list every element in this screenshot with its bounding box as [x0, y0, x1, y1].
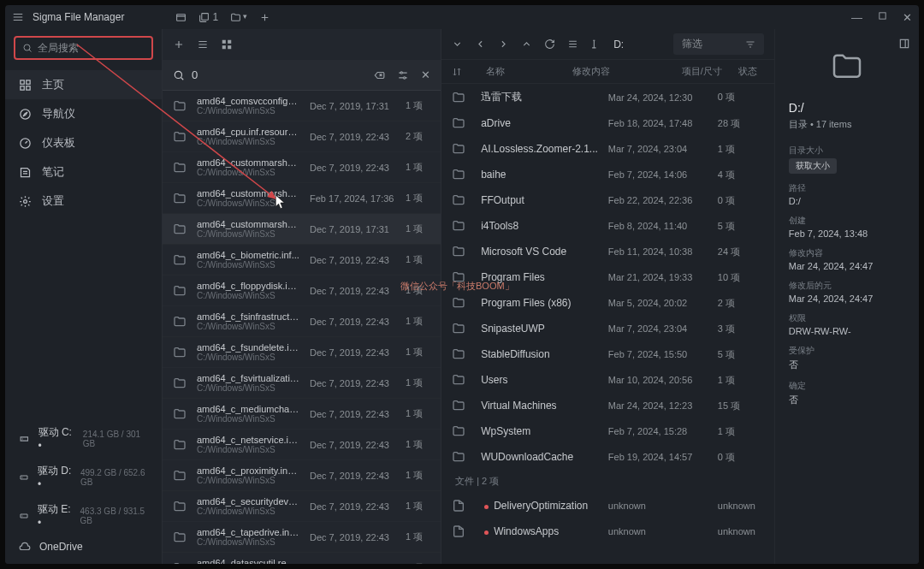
- folder-icon: [173, 500, 187, 513]
- folder-dropdown-icon[interactable]: ▾: [230, 12, 247, 23]
- drive-icon: [19, 471, 29, 483]
- nav-item-dashboard[interactable]: 仪表板: [5, 128, 162, 157]
- folder-row[interactable]: AI.Lossless.Zoomer-2.1...Mar 7, 2024, 23…: [441, 136, 774, 162]
- folder-row[interactable]: StableDiffusionFeb 7, 2024, 15:505 项: [441, 341, 774, 367]
- column-headers: 名称 修改内容 项目/尺寸 状态: [441, 60, 774, 84]
- folder-icon: [452, 91, 465, 104]
- clear-input-icon[interactable]: [373, 69, 385, 81]
- tabs-icon[interactable]: 1: [198, 11, 218, 23]
- folder-icon: [173, 161, 187, 175]
- drive-icon: [19, 541, 31, 553]
- folder-icon: [452, 450, 465, 464]
- folder-row[interactable]: FFOutputFeb 22, 2024, 22:360 项: [441, 187, 774, 213]
- back-icon[interactable]: [475, 39, 486, 50]
- close-search-icon[interactable]: ✕: [421, 68, 430, 81]
- sort-icon[interactable]: [452, 39, 463, 50]
- folder-row[interactable]: Microsoft VS CodeFeb 11, 2024, 10:3824 项: [441, 239, 774, 264]
- search-result-row[interactable]: amd64_c_tapedrive.inf.r...C:/Windows/Win…: [163, 522, 441, 553]
- grid-view-icon[interactable]: [221, 39, 233, 50]
- search-result-row[interactable]: amd64_c_fsundelete.inf...C:/Windows/WinS…: [163, 337, 441, 368]
- search-result-row[interactable]: amd64_comsvcconfig_...C:/Windows/WinSxSD…: [163, 91, 441, 122]
- col-size[interactable]: 项目/尺寸: [682, 65, 728, 78]
- folder-icon: [452, 245, 465, 258]
- global-search-input[interactable]: 全局搜索: [14, 36, 153, 60]
- grid-icon: [19, 79, 32, 92]
- drive-icon: [19, 433, 30, 445]
- search-result-row[interactable]: amd64_c_biometric.inf...C:/Windows/WinSx…: [163, 245, 441, 276]
- panel-toggle-icon[interactable]: [898, 38, 910, 50]
- window-icon[interactable]: [175, 12, 187, 23]
- app-title: Sigma File Manager: [33, 11, 124, 23]
- reload-icon[interactable]: [544, 39, 555, 50]
- up-icon[interactable]: [521, 39, 532, 50]
- folder-row[interactable]: baiheFeb 7, 2024, 14:064 项: [441, 162, 774, 187]
- search-field[interactable]: 0 ✕: [163, 60, 441, 91]
- nav-item-grid[interactable]: 主页: [5, 70, 162, 99]
- file-row[interactable]: DeliveryOptimizationunknownunknown: [441, 493, 774, 519]
- folder-row[interactable]: Program Files (x86)Mar 5, 2024, 20:022 项: [441, 290, 774, 316]
- note-icon: [19, 166, 32, 179]
- search-result-row[interactable]: amd64_c_proximity.inf.r...C:/Windows/Win…: [163, 460, 441, 491]
- info-icon[interactable]: [590, 39, 601, 50]
- add-icon[interactable]: [173, 39, 185, 50]
- search-result-row[interactable]: amd64_c_fsinfrastructu...C:/Windows/WinS…: [163, 306, 441, 337]
- svg-rect-27: [222, 40, 226, 44]
- maximize-button[interactable]: [878, 11, 887, 24]
- menu-icon[interactable]: [12, 11, 24, 23]
- search-result-row[interactable]: amd64_custommarshal...C:/Windows/WinSxSD…: [163, 214, 441, 245]
- file-panel: D: 筛选 名称 修改内容 项目/尺寸 状态 迅雷下载Mar 24, 2024,…: [441, 29, 774, 564]
- search-result-row[interactable]: amd64_cpu.inf.resourc...C:/Windows/WinSx…: [163, 122, 441, 152]
- folder-icon: [173, 407, 187, 421]
- folder-row[interactable]: i4Tools8Feb 8, 2024, 11:405 项: [441, 213, 774, 239]
- folder-icon: [173, 561, 187, 565]
- nav-item-note[interactable]: 笔记: [5, 157, 162, 187]
- search-result-row[interactable]: amd64_c_netservice.inf...C:/Windows/WinS…: [163, 430, 441, 460]
- search-result-row[interactable]: amd64_datasvcutil.reso...C:/Windows/WinS…: [163, 553, 441, 564]
- folder-icon: [173, 222, 187, 236]
- folder-row[interactable]: WUDownloadCacheFeb 19, 2024, 14:570 项: [441, 444, 774, 470]
- drive-item[interactable]: 驱动 E: •463.3 GB / 931.5 GB: [5, 496, 162, 535]
- folder-icon: [452, 373, 465, 387]
- list-icon[interactable]: [567, 39, 578, 50]
- drive-item[interactable]: 驱动 C: •214.1 GB / 301 GB: [5, 419, 162, 458]
- get-size-button[interactable]: 获取大小: [789, 158, 837, 174]
- drive-item[interactable]: 驱动 D: •499.2 GB / 652.6 GB: [5, 458, 162, 496]
- search-result-row[interactable]: amd64_c_securitydevic...C:/Windows/WinSx…: [163, 491, 441, 522]
- col-date[interactable]: 修改内容: [572, 65, 672, 78]
- nav-item-gear[interactable]: 设置: [5, 187, 162, 216]
- folder-large-icon: [826, 50, 868, 84]
- drive-item[interactable]: OneDrive: [5, 535, 162, 559]
- folder-row[interactable]: WpSystemFeb 7, 2024, 15:281 项: [441, 418, 774, 444]
- folder-row[interactable]: UsersMar 10, 2024, 20:561 项: [441, 367, 774, 393]
- sort-col-icon[interactable]: [452, 67, 471, 77]
- new-tab-icon[interactable]: [259, 12, 270, 23]
- svg-rect-29: [222, 45, 226, 49]
- nav-item-compass[interactable]: 导航仪: [5, 99, 162, 128]
- address-path[interactable]: D:: [613, 39, 624, 50]
- forward-icon[interactable]: [498, 39, 509, 50]
- file-row[interactable]: WindowsAppsunknownunknown: [441, 519, 774, 544]
- folder-icon: [173, 99, 187, 113]
- folder-icon: [452, 168, 465, 181]
- folder-row[interactable]: 迅雷下载Mar 24, 2024, 12:300 项: [441, 84, 774, 110]
- filter-input[interactable]: 筛选: [673, 33, 764, 55]
- filter-settings-icon[interactable]: [397, 69, 409, 81]
- search-result-row[interactable]: amd64_c_floppydisk.inf...C:/Windows/WinS…: [163, 276, 441, 306]
- folder-row[interactable]: Virtual MachinesMar 24, 2024, 12:2315 项: [441, 393, 774, 418]
- col-status[interactable]: 状态: [738, 65, 764, 78]
- search-result-row[interactable]: amd64_custommarshal...C:/Windows/WinSxSF…: [163, 183, 441, 214]
- search-result-row[interactable]: amd64_c_fsvirtualizatio...C:/Windows/Win…: [163, 368, 441, 399]
- folder-icon: [452, 219, 465, 233]
- search-result-row[interactable]: amd64_custommarshal...C:/Windows/WinSxSD…: [163, 152, 441, 183]
- gear-icon: [19, 195, 32, 208]
- folder-row[interactable]: aDriveFeb 18, 2024, 17:4828 项: [441, 110, 774, 136]
- list-view-icon[interactable]: [197, 39, 209, 50]
- minimize-button[interactable]: —: [851, 11, 862, 24]
- folder-row[interactable]: SnipasteUWPMar 7, 2024, 23:043 项: [441, 316, 774, 341]
- col-name[interactable]: 名称: [481, 65, 562, 78]
- close-button[interactable]: ✕: [903, 11, 912, 24]
- folder-icon: [452, 399, 465, 412]
- search-result-row[interactable]: amd64_c_mediumchan...C:/Windows/WinSxSDe…: [163, 399, 441, 430]
- folder-row[interactable]: Program FilesMar 21, 2024, 19:3310 项: [441, 264, 774, 290]
- svg-point-31: [175, 71, 181, 78]
